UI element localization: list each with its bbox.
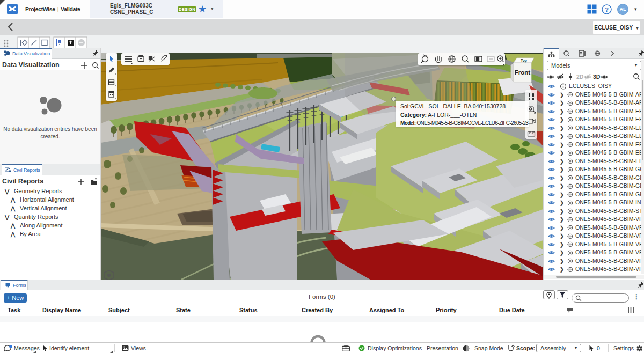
- svg-text:Top: Top: [521, 58, 526, 63]
- svg-text:?: ?: [605, 6, 609, 13]
- svg-text:Front: Front: [515, 69, 531, 76]
- svg-text:3D: 3D: [593, 73, 601, 80]
- svg-text:2D: 2D: [576, 73, 584, 80]
